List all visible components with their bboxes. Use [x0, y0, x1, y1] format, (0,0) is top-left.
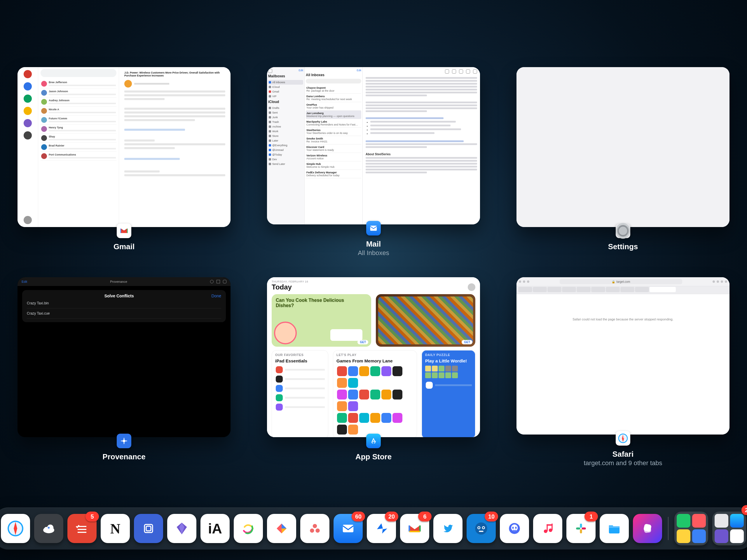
dock-craft[interactable]: [267, 514, 296, 543]
sort-icon[interactable]: [216, 280, 220, 283]
gmail-headline: J.D. Power: Wireless Customers More Pric…: [124, 71, 225, 77]
dock-gmail[interactable]: 6: [400, 514, 429, 543]
svg-marker-23: [282, 529, 287, 533]
dock-todoist[interactable]: 5: [68, 514, 97, 543]
dock-apollo[interactable]: [500, 514, 529, 543]
gmail-icon: [117, 224, 131, 238]
badge: 20: [385, 512, 398, 521]
browser-tab[interactable]: [576, 287, 591, 292]
card-subtitle: target.com and 9 other tabs: [584, 459, 662, 467]
switcher-card-appstore[interactable]: THURSDAY, FEBRUARY 16 Today Can You Cook…: [267, 277, 480, 467]
card-title: Gmail: [113, 242, 134, 251]
dock-music[interactable]: [533, 514, 562, 543]
thumbnail-gmail[interactable]: Bree Jefferson Jason Johnson Audrey John…: [18, 67, 231, 227]
forward-icon[interactable]: [527, 280, 529, 283]
archive-icon[interactable]: [445, 70, 449, 74]
back-icon[interactable]: [523, 280, 525, 283]
mailbox-all-inboxes[interactable]: All Inboxes: [268, 80, 303, 85]
thumbnail-safari[interactable]: 🔒target.com: [516, 277, 729, 434]
appstore-date: THURSDAY, FEBRUARY 16: [272, 280, 475, 283]
newtab-icon[interactable]: [721, 280, 723, 283]
prov-edit[interactable]: Edit: [22, 280, 27, 283]
tabs-icon[interactable]: [725, 280, 727, 283]
dock-twitter[interactable]: [433, 514, 463, 543]
dock-slack[interactable]: 1: [566, 514, 596, 543]
dock-recent-cluster-2[interactable]: [712, 512, 746, 545]
card-title: Safari: [613, 450, 634, 459]
dock-notion[interactable]: N: [101, 514, 130, 543]
reload-icon[interactable]: [713, 280, 715, 283]
share-icon[interactable]: [717, 280, 719, 283]
account-avatar[interactable]: [468, 283, 475, 291]
svg-point-32: [483, 527, 484, 529]
thumbnail-settings[interactable]: [516, 67, 729, 227]
dock-spark[interactable]: 20: [367, 514, 396, 543]
dock-recent-cluster-1[interactable]: 25: [674, 512, 708, 545]
svg-rect-5: [126, 441, 127, 441]
dock-ia-writer[interactable]: iA: [201, 514, 230, 543]
switcher-card-provenance[interactable]: Edit Provenance Solve Conflicts Done Cra…: [18, 277, 231, 467]
dock-asana[interactable]: [300, 514, 330, 543]
safari-icon: [616, 431, 630, 446]
dock-tweetbot[interactable]: 10: [467, 514, 496, 543]
card-title: Settings: [608, 242, 638, 251]
svg-rect-2: [124, 438, 124, 440]
switcher-card-mail[interactable]: Edit Mailboxes All Inboxes iCloud Gmail …: [267, 67, 480, 257]
dock-obsidian[interactable]: [167, 514, 197, 543]
svg-point-1: [123, 439, 125, 442]
card-title: Provenance: [102, 452, 145, 461]
reply-icon[interactable]: [466, 70, 470, 74]
add-icon[interactable]: [223, 280, 227, 283]
app-switcher: Bree Jefferson Jason Johnson Audrey John…: [0, 67, 747, 467]
browser-tab-active[interactable]: [649, 287, 676, 292]
svg-rect-43: [580, 524, 582, 528]
svg-rect-46: [582, 527, 586, 529]
svg-rect-0: [370, 226, 377, 231]
svg-rect-44: [576, 527, 580, 529]
browser-tab[interactable]: [591, 287, 605, 292]
dock-linear[interactable]: [134, 514, 163, 543]
browser-tab[interactable]: [620, 287, 634, 292]
settings-icon: [616, 224, 630, 238]
browser-tab[interactable]: [518, 287, 532, 292]
dock-shortcuts[interactable]: [633, 514, 662, 543]
dock-safari[interactable]: [1, 514, 30, 543]
svg-point-35: [511, 525, 518, 531]
conflict-row[interactable]: Crazy Taxi.cue: [27, 308, 221, 319]
switcher-card-gmail[interactable]: Bree Jefferson Jason Johnson Audrey John…: [18, 67, 231, 257]
browser-tab[interactable]: [547, 287, 561, 292]
browser-tab[interactable]: [533, 287, 547, 292]
compose-icon[interactable]: [473, 70, 477, 74]
prov-done[interactable]: Done: [211, 294, 221, 298]
dock-separator: [668, 517, 669, 540]
thumbnail-appstore[interactable]: THURSDAY, FEBRUARY 16 Today Can You Cook…: [267, 277, 480, 437]
gmail-search[interactable]: [41, 69, 117, 77]
switcher-card-settings[interactable]: Settings: [516, 67, 729, 257]
sync-icon[interactable]: [210, 280, 213, 283]
appstore-today: Today: [272, 283, 292, 291]
flag-icon[interactable]: [459, 70, 463, 74]
card-title: App Store: [355, 452, 392, 461]
svg-marker-22: [282, 524, 287, 529]
dock-mail[interactable]: 60: [334, 514, 363, 543]
browser-tab[interactable]: [635, 287, 649, 292]
dock-files[interactable]: [600, 514, 629, 543]
url-field[interactable]: 🔒target.com: [560, 279, 682, 284]
dock-freeform[interactable]: [234, 514, 263, 543]
browser-tab[interactable]: [562, 287, 576, 292]
browser-tab[interactable]: [606, 287, 620, 292]
conflict-row[interactable]: Crazy Taxi.bin: [27, 298, 221, 308]
card-subtitle: All Inboxes: [358, 249, 389, 257]
provenance-icon: [117, 434, 131, 448]
svg-point-31: [478, 527, 480, 529]
trash-icon[interactable]: [452, 70, 456, 74]
svg-rect-42: [546, 525, 552, 526]
thumbnail-mail[interactable]: Edit Mailboxes All Inboxes iCloud Gmail …: [267, 67, 480, 224]
switcher-card-safari[interactable]: 🔒target.com: [516, 277, 729, 467]
dock-weather[interactable]: ★: [34, 514, 63, 543]
sidebar-icon[interactable]: [519, 280, 521, 283]
badge: 5: [85, 512, 99, 521]
svg-rect-18: [146, 526, 151, 531]
svg-point-37: [515, 527, 517, 529]
thumbnail-provenance[interactable]: Edit Provenance Solve Conflicts Done Cra…: [18, 277, 231, 437]
